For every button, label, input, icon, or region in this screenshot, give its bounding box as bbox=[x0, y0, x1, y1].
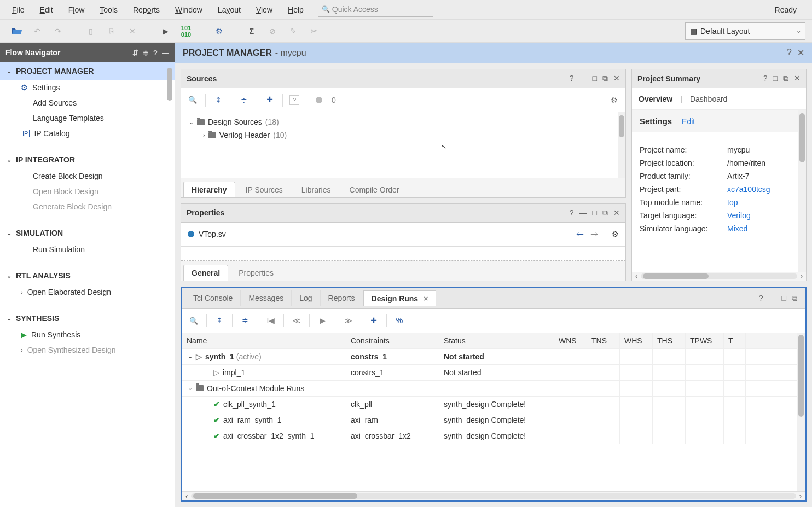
sources-v-scrollbar[interactable] bbox=[618, 112, 625, 178]
copy-button[interactable]: ▯ bbox=[84, 25, 97, 38]
sources-minimize-icon[interactable]: — bbox=[579, 74, 587, 83]
paste-button[interactable]: ⎘ bbox=[105, 25, 118, 38]
table-row[interactable]: ▷impl_1constrs_1Not started bbox=[182, 365, 805, 381]
flow-item-run-synthesis[interactable]: ▶Run Synthesis bbox=[0, 327, 175, 342]
table-row[interactable]: ✔axi_crossbar_1x2_synth_1axi_crossbar_1x… bbox=[182, 428, 805, 444]
tab-log[interactable]: Log bbox=[292, 290, 320, 306]
flow-item-ip-catalog[interactable]: IPIP Catalog bbox=[0, 126, 175, 141]
menu-layout[interactable]: Layout bbox=[210, 3, 248, 16]
scroll-right-icon[interactable]: › bbox=[796, 492, 805, 500]
col-name[interactable]: Name bbox=[182, 333, 346, 348]
flow-section-project-manager[interactable]: ⌄PROJECT MANAGER bbox=[0, 62, 175, 80]
expand-all-button[interactable]: ≑ bbox=[238, 94, 250, 106]
menu-tools[interactable]: Tools bbox=[92, 3, 125, 16]
summary-value[interactable]: Verilog bbox=[727, 211, 798, 220]
sigma-button[interactable]: Σ bbox=[245, 25, 258, 38]
flow-item-language-templates[interactable]: Language Templates bbox=[0, 110, 175, 126]
flow-section-synthesis[interactable]: ⌄SYNTHESIS bbox=[0, 310, 175, 327]
cancel-button[interactable]: ⊘ bbox=[266, 25, 279, 38]
summary-restore-icon[interactable]: ⧉ bbox=[783, 74, 788, 83]
runs-percent-button[interactable]: % bbox=[393, 314, 405, 327]
layout-selector[interactable]: ▤ Default Layout ⌵ bbox=[685, 22, 805, 40]
minimize-icon[interactable]: — bbox=[162, 49, 169, 57]
summary-v-scrollbar[interactable] bbox=[798, 110, 806, 272]
table-row[interactable]: ⌄Out-of-Context Module Runs bbox=[182, 381, 805, 397]
props-settings-button[interactable]: ⚙ bbox=[612, 230, 619, 238]
tree-row-verilog-header[interactable]: › Verilog Header (10) bbox=[181, 129, 625, 142]
menu-help[interactable]: Help bbox=[280, 3, 311, 16]
props-maximize-icon[interactable]: □ bbox=[593, 208, 597, 218]
summary-value[interactable]: xc7a100tcsg bbox=[727, 185, 798, 194]
prev-button[interactable]: 🡐 bbox=[576, 230, 584, 238]
tab-design-runs[interactable]: Design Runs× bbox=[363, 290, 437, 306]
next-button[interactable]: 🡒 bbox=[590, 230, 598, 238]
runs-first-button[interactable]: I◀ bbox=[265, 314, 277, 327]
console-help-icon[interactable]: ? bbox=[759, 294, 763, 303]
runs-search-button[interactable] bbox=[188, 314, 200, 327]
summary-value[interactable]: Mixed bbox=[727, 224, 798, 233]
menu-view[interactable]: View bbox=[248, 3, 280, 16]
table-row[interactable]: ✔clk_pll_synth_1clk_pllsynth_design Comp… bbox=[182, 397, 805, 412]
runs-play-button[interactable]: ▶ bbox=[316, 314, 328, 327]
summary-value[interactable]: top bbox=[727, 198, 798, 207]
col-whs[interactable]: WHS bbox=[620, 333, 653, 348]
table-row[interactable]: ✔axi_ram_synth_1axi_ramsynth_design Comp… bbox=[182, 412, 805, 428]
tab-libraries[interactable]: Libraries bbox=[293, 182, 339, 197]
col-wns[interactable]: WNS bbox=[554, 333, 587, 348]
expand-icon[interactable]: ≑ bbox=[143, 49, 149, 57]
col-tpws[interactable]: TPWS bbox=[686, 333, 724, 348]
flow-item-create-block-design[interactable]: Create Block Design bbox=[0, 168, 175, 184]
settings-toolbar-button[interactable]: ⚙ bbox=[212, 25, 225, 38]
add-source-button[interactable]: + bbox=[264, 94, 276, 106]
console-maximize-icon[interactable]: □ bbox=[782, 294, 786, 303]
scroll-right-icon[interactable]: › bbox=[797, 272, 806, 281]
menu-edit[interactable]: Edit bbox=[32, 3, 61, 16]
runs-v-scrollbar[interactable] bbox=[797, 333, 805, 492]
menu-reports[interactable]: Reports bbox=[125, 3, 167, 16]
tab-compile-order[interactable]: Compile Order bbox=[341, 182, 408, 197]
flow-item-run-simulation[interactable]: Run Simulation bbox=[0, 242, 175, 257]
sources-help-icon[interactable]: ? bbox=[570, 74, 574, 83]
tab-hierarchy[interactable]: Hierarchy bbox=[183, 182, 235, 197]
table-row[interactable]: ⌄▷synth_1 (active)constrs_1Not started bbox=[182, 349, 805, 365]
menu-flow[interactable]: Flow bbox=[61, 3, 92, 16]
redo-button[interactable]: ↷ bbox=[51, 25, 65, 38]
flow-section-ip-integrator[interactable]: ⌄IP INTEGRATOR bbox=[0, 151, 175, 168]
generate-bitstream-button[interactable]: 101010 bbox=[179, 25, 193, 38]
tree-row-design-sources[interactable]: ⌄ Design Sources (18) bbox=[181, 115, 625, 129]
tab-reports[interactable]: Reports bbox=[321, 290, 363, 306]
tab-tcl-console[interactable]: Tcl Console bbox=[185, 290, 241, 306]
col-ths[interactable]: THS bbox=[653, 333, 686, 348]
props-restore-icon[interactable]: ⧉ bbox=[602, 208, 608, 218]
tool-a-button[interactable]: ✎ bbox=[287, 25, 300, 38]
props-close-icon[interactable]: ✕ bbox=[613, 208, 620, 218]
summary-close-icon[interactable]: ✕ bbox=[794, 74, 801, 83]
runs-forward-button[interactable]: ≫ bbox=[342, 314, 354, 327]
scroll-left-icon[interactable]: ‹ bbox=[182, 492, 191, 500]
tab-properties[interactable]: Properties bbox=[230, 265, 282, 281]
runs-add-button[interactable]: + bbox=[368, 314, 380, 327]
flow-nav-scrollbar[interactable] bbox=[166, 62, 173, 507]
col-tns[interactable]: TNS bbox=[587, 333, 620, 348]
col-constraints[interactable]: Constraints bbox=[346, 333, 439, 348]
tab-dashboard[interactable]: Dashboard bbox=[690, 95, 728, 103]
open-project-button[interactable] bbox=[10, 25, 23, 38]
tab-ip-sources[interactable]: IP Sources bbox=[237, 182, 291, 197]
flow-section-rtl-analysis[interactable]: ⌄RTL ANALYSIS bbox=[0, 267, 175, 284]
scroll-left-icon[interactable]: ‹ bbox=[632, 272, 641, 281]
pm-close-icon[interactable]: ✕ bbox=[797, 48, 804, 58]
collapse-icon[interactable]: ⇵ bbox=[132, 49, 138, 57]
summary-maximize-icon[interactable]: □ bbox=[773, 74, 778, 83]
pm-help-icon[interactable]: ? bbox=[787, 48, 792, 58]
quick-access-input[interactable]: 🔍 Quick Access bbox=[318, 3, 433, 17]
menu-window[interactable]: Window bbox=[167, 3, 210, 16]
flow-section-simulation[interactable]: ⌄SIMULATION bbox=[0, 224, 175, 242]
col-t[interactable]: T bbox=[724, 333, 746, 348]
flow-item-open-elaborated-design[interactable]: ›Open Elaborated Design bbox=[0, 284, 175, 300]
runs-h-scrollbar[interactable]: ‹ › bbox=[182, 491, 805, 500]
run-button[interactable]: ▶ bbox=[159, 25, 172, 38]
runs-expand-button[interactable]: ≑ bbox=[239, 314, 251, 327]
sources-settings-button[interactable]: ⚙ bbox=[608, 94, 620, 106]
summary-h-scrollbar[interactable]: ‹ › bbox=[632, 272, 806, 281]
console-restore-icon[interactable]: ⧉ bbox=[792, 294, 797, 303]
